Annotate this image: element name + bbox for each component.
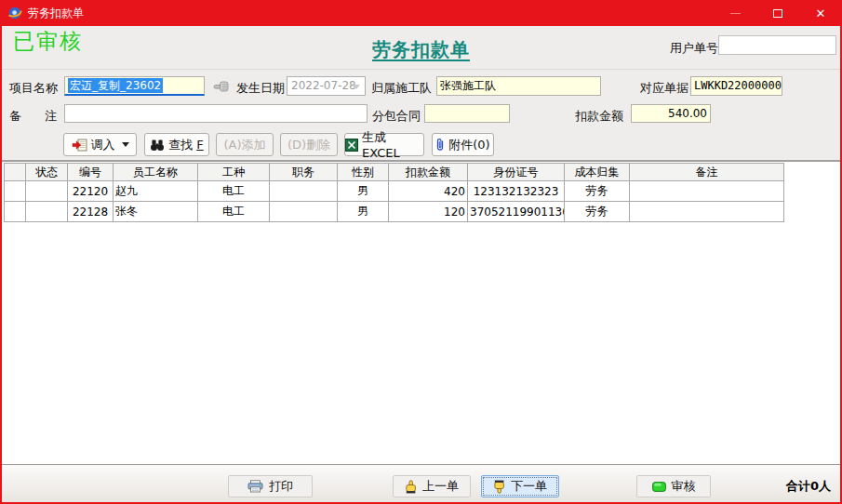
print-button[interactable]: 打印 <box>228 475 313 497</box>
cell-gender[interactable]: 男 <box>338 181 389 202</box>
audit-status-text: 已审核 <box>13 27 83 56</box>
deduction-amount-input[interactable]: 540.00 <box>631 104 711 123</box>
audit-icon <box>652 482 666 492</box>
col-status[interactable]: 状态 <box>26 164 68 181</box>
titlebar[interactable]: 劳务扣款单 ✕ <box>0 0 842 26</box>
chevron-down-icon <box>353 85 360 89</box>
print-label: 打印 <box>269 478 293 495</box>
hand-up-icon <box>405 480 417 494</box>
close-icon: ✕ <box>816 7 826 20</box>
find-hotkey: F <box>196 138 203 152</box>
doc-no-input[interactable]: LWKKD220000002 <box>690 76 782 96</box>
cell-cost[interactable]: 劳务 <box>565 181 630 202</box>
cell-gender[interactable]: 男 <box>338 202 389 222</box>
next-record-label: 下一单 <box>511 478 547 495</box>
row-selector-header <box>5 164 26 181</box>
excel-icon <box>345 139 358 152</box>
app-logo-icon <box>7 6 22 20</box>
col-trade[interactable]: 工种 <box>198 164 270 181</box>
find-label: 查找 <box>168 137 193 153</box>
import-label: 调入 <box>91 137 115 153</box>
table-row[interactable]: 22128 张冬 电工 男 120 37052119901130403 劳务 <box>5 202 784 222</box>
close-button[interactable]: ✕ <box>799 0 842 26</box>
cell-status[interactable] <box>26 202 68 222</box>
date-select[interactable]: 2022-07-28 <box>287 76 366 96</box>
team-label: 归属施工队 <box>371 80 432 97</box>
row-selector[interactable] <box>5 181 26 202</box>
attachment-button[interactable]: 附件(0) <box>432 133 494 156</box>
window-controls: ✕ <box>714 0 842 26</box>
deduction-amount-label: 扣款金额 <box>575 108 623 125</box>
cell-name[interactable]: 赵九 <box>114 181 198 202</box>
row-selector[interactable] <box>5 202 26 222</box>
col-position[interactable]: 职务 <box>270 164 338 181</box>
cell-remark[interactable] <box>630 181 784 202</box>
cell-cost[interactable]: 劳务 <box>565 202 630 222</box>
team-input[interactable]: 张强施工队 <box>436 76 601 96</box>
project-name-selected-text: 宏迈_复制_23602 <box>68 78 163 93</box>
excel-label: 生成EXCEL <box>362 129 423 160</box>
cell-idcard[interactable]: 37052119901130403 <box>468 202 565 222</box>
previous-record-button[interactable]: 上一单 <box>393 475 471 497</box>
printer-icon <box>247 480 263 493</box>
table-row[interactable]: 22120 赵九 电工 男 420 123132132323 劳务 <box>5 181 784 202</box>
table-header-row: 状态 编号 员工名称 工种 职务 性别 扣款金额 身份证号 成本归集 备注 <box>5 164 784 181</box>
user-no-input[interactable] <box>718 35 836 55</box>
col-remark[interactable]: 备注 <box>630 164 784 181</box>
cell-remark[interactable] <box>630 202 784 222</box>
app-window: 劳务扣款单 ✕ 已审核 劳务扣款单 用户单号 项目名称 宏迈_复制_23602 … <box>0 0 842 504</box>
col-gender[interactable]: 性别 <box>338 164 389 181</box>
remark-input[interactable] <box>64 104 368 123</box>
cell-name[interactable]: 张冬 <box>114 202 198 222</box>
attachment-label: 附件(0) <box>448 137 489 153</box>
cell-trade[interactable]: 电工 <box>198 202 270 222</box>
doc-no-label: 对应单据 <box>640 80 688 97</box>
col-idcard[interactable]: 身份证号 <box>468 164 565 181</box>
detail-grid-panel: 状态 编号 员工名称 工种 职务 性别 扣款金额 身份证号 成本归集 备注 22… <box>2 160 840 464</box>
date-label: 发生日期 <box>236 80 285 97</box>
remark-label: 备 注 <box>9 108 62 125</box>
col-cost[interactable]: 成本归集 <box>565 164 630 181</box>
next-record-button[interactable]: 下一单 <box>481 475 559 497</box>
pointer-hand-icon[interactable] <box>213 80 230 93</box>
add-button: (A)添加 <box>216 133 274 156</box>
cell-id[interactable]: 22128 <box>68 202 114 222</box>
audit-label: 审核 <box>672 478 696 495</box>
paperclip-icon <box>435 138 445 152</box>
cell-amount[interactable]: 120 <box>389 202 468 222</box>
minimize-icon <box>730 13 741 14</box>
delete-label: (D)删除 <box>287 137 330 153</box>
cell-position[interactable] <box>270 181 338 202</box>
subcontract-input[interactable] <box>424 104 510 123</box>
form-title: 劳务扣款单 <box>372 37 470 62</box>
footer-bar: 打印 上一单 <box>2 464 840 502</box>
import-dropdown-caret-icon <box>122 142 129 147</box>
cell-id[interactable]: 22120 <box>68 181 114 202</box>
cell-trade[interactable]: 电工 <box>198 181 270 202</box>
cell-status[interactable] <box>26 181 68 202</box>
binoculars-icon <box>150 139 165 152</box>
col-name[interactable]: 员工名称 <box>114 164 198 181</box>
add-label: (A)添加 <box>223 137 265 153</box>
import-icon <box>72 139 87 152</box>
maximize-button[interactable] <box>756 0 799 26</box>
project-name-label: 项目名称 <box>9 80 58 97</box>
cell-amount[interactable]: 420 <box>389 181 468 202</box>
previous-record-label: 上一单 <box>422 478 459 495</box>
cell-position[interactable] <box>270 202 338 222</box>
hand-down-icon <box>493 480 505 494</box>
import-button[interactable]: 调入 <box>63 133 137 156</box>
employee-table[interactable]: 状态 编号 员工名称 工种 职务 性别 扣款金额 身份证号 成本归集 备注 22… <box>4 163 784 222</box>
audit-button[interactable]: 审核 <box>636 475 711 497</box>
col-amount[interactable]: 扣款金额 <box>389 164 468 181</box>
user-no-label: 用户单号 <box>670 40 718 57</box>
total-count-text: 合计0人 <box>786 478 831 495</box>
col-id[interactable]: 编号 <box>68 164 114 181</box>
header-zone: 已审核 劳务扣款单 用户单号 <box>2 26 840 70</box>
project-name-input[interactable]: 宏迈_复制_23602 <box>64 76 205 96</box>
window-title: 劳务扣款单 <box>28 6 84 21</box>
minimize-button[interactable] <box>714 0 756 26</box>
find-button[interactable]: 查找F <box>144 133 209 156</box>
cell-idcard[interactable]: 123132132323 <box>468 181 565 202</box>
export-excel-button[interactable]: 生成EXCEL <box>344 133 424 156</box>
